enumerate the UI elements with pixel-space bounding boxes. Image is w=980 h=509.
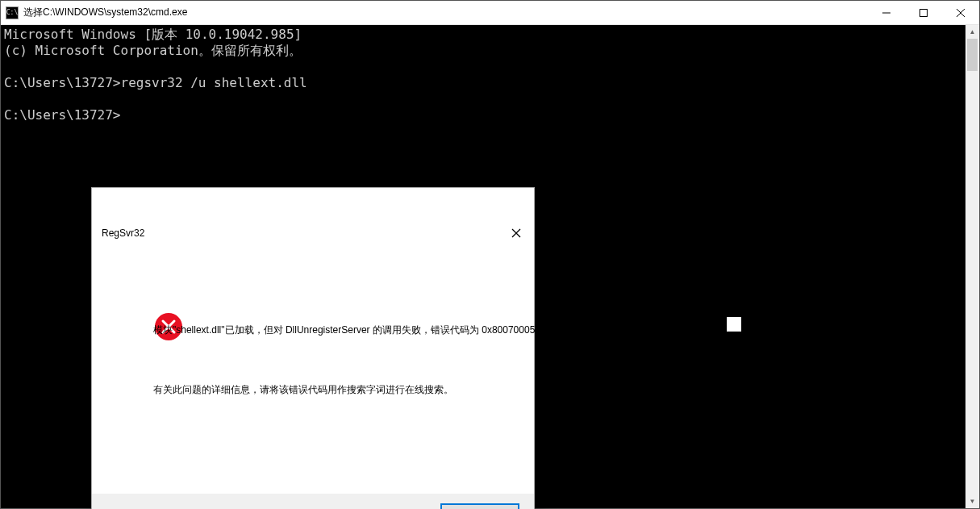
scrollbar-thumb[interactable]: [967, 39, 978, 71]
ok-button[interactable]: 确定: [440, 503, 519, 509]
maximize-button[interactable]: [905, 1, 942, 24]
close-icon: [957, 9, 965, 17]
console-line: C:\Users\13727>: [4, 107, 121, 123]
dialog-close-button[interactable]: [498, 220, 534, 246]
vertical-scrollbar[interactable]: ▲ ▼: [965, 25, 979, 508]
dialog-title: RegSvr32: [102, 225, 498, 241]
close-icon: [511, 228, 521, 238]
selection-cursor: [727, 317, 741, 332]
dialog-footer: 确定: [92, 494, 534, 509]
minimize-icon: [882, 9, 890, 17]
console-line: (c) Microsoft Corporation。保留所有权利。: [4, 43, 302, 58]
scroll-up-button[interactable]: ▲: [965, 25, 979, 39]
console-area: Microsoft Windows [版本 10.0.19042.985] (c…: [1, 25, 979, 508]
maximize-icon: [920, 9, 928, 17]
close-button[interactable]: [942, 1, 979, 24]
window-title: 选择C:\WINDOWS\system32\cmd.exe: [23, 6, 868, 19]
console-line: Microsoft Windows [版本 10.0.19042.985]: [4, 27, 302, 42]
dialog-body: 模块"shellext.dll"已加载，但对 DllUnregisterServ…: [92, 278, 534, 461]
dialog-message: 模块"shellext.dll"已加载，但对 DllUnregisterServ…: [153, 293, 544, 442]
titlebar[interactable]: C:\ 选择C:\WINDOWS\system32\cmd.exe: [1, 1, 979, 25]
regsvr32-dialog: RegSvr32 模块"shellext.dll"已加载，但对: [91, 187, 535, 509]
dialog-titlebar[interactable]: RegSvr32: [92, 220, 534, 246]
scrollbar-track[interactable]: [965, 39, 979, 494]
console-content[interactable]: Microsoft Windows [版本 10.0.19042.985] (c…: [1, 25, 965, 508]
error-icon: [111, 296, 140, 325]
console-line: C:\Users\13727>regsvr32 /u shellext.dll: [4, 75, 307, 90]
scroll-down-button[interactable]: ▼: [965, 494, 979, 508]
cmd-icon: C:\: [6, 6, 19, 19]
cmd-window: C:\ 选择C:\WINDOWS\system32\cmd.exe Micros…: [0, 0, 980, 509]
dialog-message-line2: 有关此问题的详细信息，请将该错误代码用作搜索字词进行在线搜索。: [153, 382, 544, 398]
window-controls: [868, 1, 979, 24]
dialog-message-line1: 模块"shellext.dll"已加载，但对 DllUnregisterServ…: [153, 323, 544, 338]
minimize-button[interactable]: [868, 1, 905, 24]
svg-rect-1: [920, 9, 928, 16]
